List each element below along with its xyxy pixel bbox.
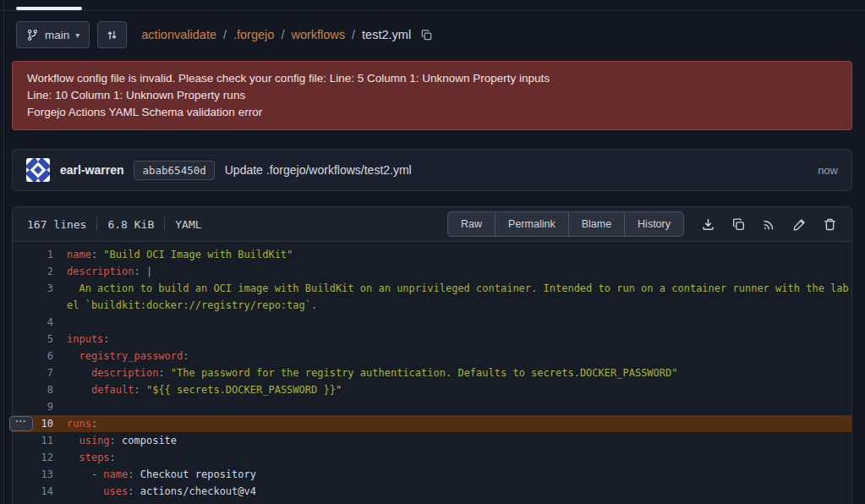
copy-icon	[420, 29, 433, 41]
file-info: 167 lines 6.8 KiB YAML	[27, 217, 202, 231]
download-icon	[701, 217, 715, 232]
line-number[interactable]: 2	[13, 263, 67, 280]
view-mode-button-group: Raw Permalink Blame History	[447, 211, 684, 237]
commit-author-link[interactable]: earl-warren	[60, 163, 123, 177]
code-line-content: - name: Checkout repository	[67, 466, 851, 483]
blame-button[interactable]: Blame	[568, 211, 624, 237]
breadcrumb: actionvalidate / .forgejo / workflows / …	[141, 28, 433, 41]
line-number[interactable]: 11	[13, 432, 67, 449]
copy-content-button[interactable]	[731, 217, 746, 232]
line-number[interactable]: 7	[13, 364, 67, 381]
code-line-content	[67, 398, 851, 415]
line-number[interactable]: 5	[13, 331, 67, 348]
file-header-bar: 167 lines 6.8 KiB YAML Raw Permalink Bla…	[12, 206, 852, 242]
line-number[interactable]: 1	[13, 246, 67, 263]
file-lines-count: 167 lines	[27, 218, 86, 231]
code-line-content: inputs:	[67, 331, 851, 348]
code-line-content: description: |	[67, 263, 851, 280]
raw-button[interactable]: Raw	[447, 211, 495, 237]
code-line-1: 1name: "Build OCI Image with BuildKit"	[13, 246, 851, 263]
code-line-5: 5inputs:	[13, 331, 851, 348]
code-line-content	[67, 314, 851, 331]
line-number[interactable]: 4	[13, 314, 67, 331]
line-number[interactable]: 14	[13, 483, 67, 500]
code-line-content: registry_password:	[67, 348, 851, 364]
compare-button[interactable]	[97, 21, 127, 48]
commit-hash-badge[interactable]: abab65450d	[134, 161, 214, 180]
pencil-icon	[792, 217, 807, 232]
breadcrumb-dir-workflows-link[interactable]: workflows	[291, 28, 345, 41]
line-number[interactable]: 9	[13, 398, 67, 415]
line-number[interactable]: 3	[13, 280, 67, 314]
code-viewer: 1name: "Build OCI Image with BuildKit"2d…	[12, 242, 852, 504]
edit-file-button[interactable]	[792, 217, 807, 232]
line-number[interactable]: 13	[13, 466, 67, 483]
code-line-15: 15	[13, 500, 851, 504]
code-line-10: ···10runs:	[13, 415, 851, 432]
breadcrumb-dir-forgejo-link[interactable]: .forgejo	[233, 28, 274, 41]
code-line-7: 7 description: "The password for the reg…	[13, 364, 851, 381]
file-language: YAML	[175, 218, 201, 231]
commit-message-link[interactable]: Update .forgejo/workflows/test2.yml	[225, 163, 412, 177]
line-number[interactable]: 8	[13, 381, 67, 398]
code-line-content: uses: actions/checkout@v4	[67, 483, 851, 500]
error-line: Line: 10 Column 1: Unknown Property runs	[27, 87, 837, 104]
line-number[interactable]: 6	[13, 348, 67, 364]
history-button[interactable]: History	[624, 211, 684, 237]
breadcrumb-separator: /	[281, 28, 284, 41]
divider	[96, 217, 97, 231]
branch-select-button[interactable]: main ▾	[16, 21, 90, 48]
code-line-13: 13 - name: Checkout repository	[13, 466, 851, 483]
copy-icon	[731, 217, 746, 232]
author-avatar[interactable]	[26, 158, 50, 182]
repo-tab-strip	[0, 0, 865, 11]
workflow-error-banner: Workflow config file is invalid. Please …	[12, 61, 852, 130]
git-branch-icon	[26, 29, 39, 41]
code-line-content: description: "The password for the regis…	[67, 364, 851, 381]
permalink-button[interactable]: Permalink	[495, 211, 568, 237]
download-button[interactable]	[701, 217, 715, 232]
file-size: 6.8 KiB	[107, 218, 154, 231]
code-line-content: An action to build an OCI image with Bui…	[67, 280, 851, 314]
code-line-11: 11 using: composite	[13, 432, 851, 449]
error-line: Forgejo Actions YAML Schema validation e…	[27, 104, 837, 121]
code-line-2: 2description: |	[13, 263, 851, 280]
trash-icon	[823, 217, 837, 232]
error-line: Workflow config file is invalid. Please …	[27, 70, 837, 87]
window-left-edge	[3, 0, 4, 504]
breadcrumb-separator: /	[223, 28, 227, 41]
breadcrumb-separator: /	[352, 28, 355, 41]
rss-icon	[762, 217, 776, 232]
breadcrumb-file-name: test2.yml	[362, 28, 411, 41]
code-line-content: default: "${{ secrets.DOCKER_PASSWORD }}…	[67, 381, 851, 398]
code-line-content	[67, 500, 851, 504]
chevron-down-icon: ▾	[75, 30, 79, 40]
line-number[interactable]: 15	[13, 500, 67, 504]
line-number[interactable]: 12	[13, 449, 67, 466]
code-line-8: 8 default: "${{ secrets.DOCKER_PASSWORD …	[13, 381, 851, 398]
line-options-button[interactable]: ···	[9, 416, 33, 431]
code-line-14: 14 uses: actions/checkout@v4	[13, 483, 851, 500]
code-line-content: using: composite	[67, 432, 851, 449]
file-card: 167 lines 6.8 KiB YAML Raw Permalink Bla…	[12, 206, 852, 504]
code-line-4: 4	[13, 314, 851, 331]
code-line-12: 12 steps:	[13, 449, 851, 466]
latest-commit-bar: earl-warren abab65450d Update .forgejo/w…	[12, 149, 852, 191]
active-tab-indicator	[16, 7, 82, 10]
divider	[164, 217, 165, 231]
commit-time: now	[818, 164, 838, 177]
rss-feed-button[interactable]	[762, 217, 776, 232]
code-line-content: steps:	[67, 449, 851, 466]
code-line-content: name: "Build OCI Image with BuildKit"	[67, 246, 851, 263]
code-line-6: 6 registry_password:	[13, 348, 851, 364]
code-line-3: 3 An action to build an OCI image with B…	[13, 280, 851, 314]
file-header-actions: Raw Permalink Blame History	[447, 211, 837, 237]
file-nav-row: main ▾ actionvalidate / .forgejo / workf…	[16, 21, 852, 48]
copy-path-button[interactable]	[420, 29, 433, 41]
branch-name: main	[45, 29, 69, 41]
breadcrumb-repo-link[interactable]: actionvalidate	[141, 28, 216, 41]
code-line-content: runs:	[67, 415, 851, 432]
delete-file-button[interactable]	[823, 217, 837, 232]
git-compare-icon	[106, 29, 118, 41]
code-line-9: 9	[13, 398, 851, 415]
